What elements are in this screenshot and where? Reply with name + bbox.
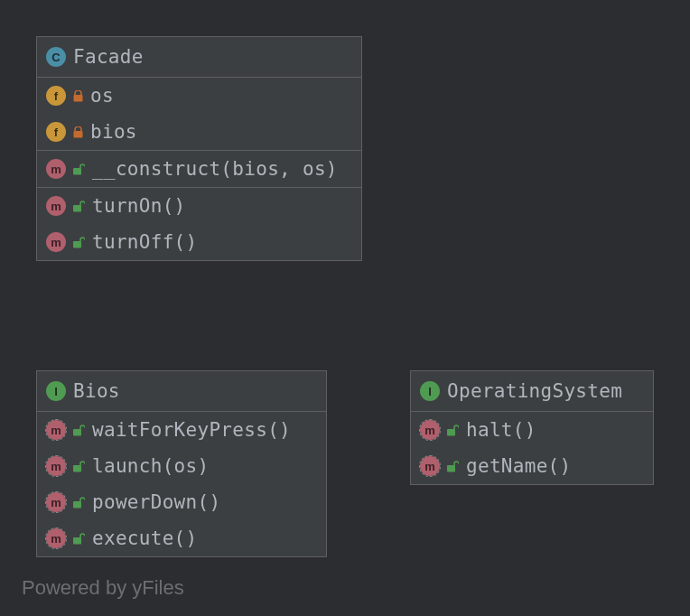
lock-icon <box>73 90 83 102</box>
class-header: I Bios <box>37 371 326 412</box>
svg-rect-3 <box>73 205 81 212</box>
class-title: OperatingSystem <box>447 380 622 402</box>
interface-icon: I <box>46 381 66 401</box>
method-icon: m <box>46 159 66 179</box>
method-icon: m <box>420 456 440 476</box>
unlock-icon <box>73 425 85 436</box>
class-facade[interactable]: C Facade f os f bios m __construct(bios,… <box>36 36 362 261</box>
methods-section: m turnOn() m turnOff() <box>37 188 361 260</box>
method-name: turnOn() <box>92 195 186 217</box>
field-icon: f <box>46 122 66 142</box>
methods-section: m waitForKeyPress() m launch(os) m power… <box>37 412 326 556</box>
unlock-icon <box>73 237 85 248</box>
class-title: Facade <box>73 46 144 68</box>
ctor-section: m __construct(bios, os) <box>37 151 361 188</box>
method-icon: m <box>46 528 66 548</box>
method-icon: m <box>46 196 66 216</box>
class-icon: C <box>46 47 66 67</box>
class-header: I OperatingSystem <box>411 371 653 412</box>
svg-rect-5 <box>73 429 81 436</box>
class-title: Bios <box>73 380 120 402</box>
field-icon: f <box>46 86 66 106</box>
svg-rect-7 <box>73 501 81 509</box>
method-row[interactable]: m turnOn() <box>37 188 361 224</box>
svg-rect-2 <box>73 168 81 175</box>
method-row[interactable]: m __construct(bios, os) <box>37 151 361 187</box>
unlock-icon <box>73 533 85 545</box>
methods-section: m halt() m getName() <box>411 412 653 484</box>
method-name: waitForKeyPress() <box>92 419 291 441</box>
interface-bios[interactable]: I Bios m waitForKeyPress() m launch(os) … <box>36 370 327 557</box>
method-name: launch(os) <box>92 455 209 477</box>
method-icon: m <box>46 456 66 476</box>
unlock-icon <box>447 425 459 436</box>
svg-rect-4 <box>73 241 81 248</box>
field-row[interactable]: f os <box>37 78 361 114</box>
field-name: bios <box>90 121 137 143</box>
method-name: getName() <box>466 455 572 477</box>
interface-operatingsystem[interactable]: I OperatingSystem m halt() m getName() <box>410 370 654 485</box>
method-name: turnOff() <box>92 231 198 253</box>
footer-credit: Powered by yFiles <box>22 576 184 600</box>
svg-rect-6 <box>73 465 81 472</box>
svg-rect-1 <box>74 131 83 138</box>
method-icon: m <box>46 232 66 252</box>
unlock-icon <box>73 201 85 212</box>
field-row[interactable]: f bios <box>37 114 361 150</box>
method-row[interactable]: m launch(os) <box>37 448 326 484</box>
method-icon: m <box>46 492 66 512</box>
method-row[interactable]: m execute() <box>37 520 326 556</box>
method-icon: m <box>46 420 66 440</box>
method-row[interactable]: m getName() <box>411 448 653 484</box>
method-name: halt() <box>466 419 536 441</box>
class-header: C Facade <box>37 37 361 78</box>
method-row[interactable]: m turnOff() <box>37 224 361 260</box>
method-row[interactable]: m halt() <box>411 412 653 448</box>
svg-rect-0 <box>74 95 83 102</box>
unlock-icon <box>73 461 85 472</box>
unlock-icon <box>73 163 85 175</box>
svg-rect-9 <box>447 429 455 436</box>
method-name: __construct(bios, os) <box>92 158 338 180</box>
unlock-icon <box>73 497 85 509</box>
method-name: powerDown() <box>92 491 220 513</box>
svg-rect-10 <box>447 465 455 472</box>
svg-rect-8 <box>73 537 81 545</box>
method-icon: m <box>420 420 440 440</box>
lock-icon <box>73 126 83 138</box>
method-row[interactable]: m powerDown() <box>37 484 326 520</box>
unlock-icon <box>447 461 459 472</box>
field-name: os <box>90 85 114 107</box>
method-row[interactable]: m waitForKeyPress() <box>37 412 326 448</box>
method-name: execute() <box>92 527 198 549</box>
interface-icon: I <box>420 381 440 401</box>
fields-section: f os f bios <box>37 78 361 151</box>
